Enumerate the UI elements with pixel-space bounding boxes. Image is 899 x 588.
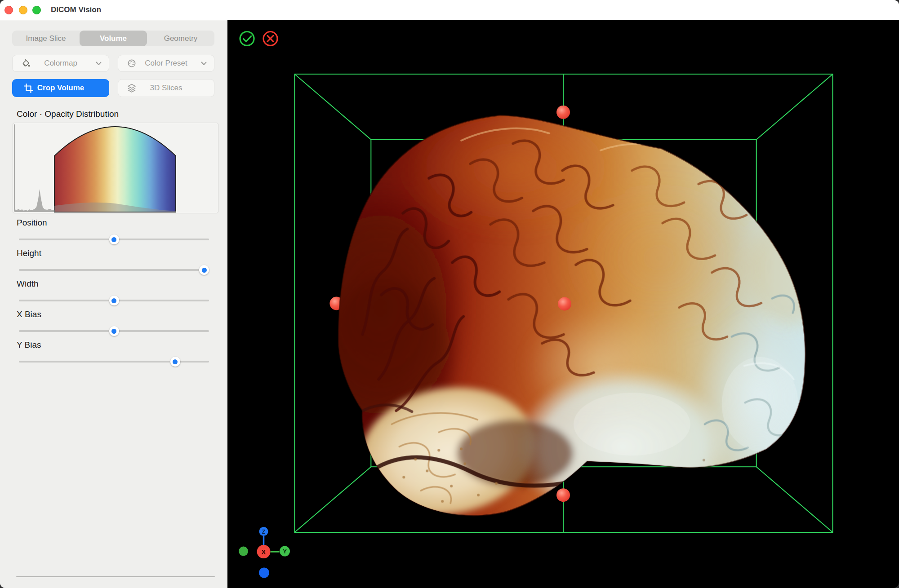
minimize-window-button[interactable] xyxy=(19,6,27,14)
slider-label: Position xyxy=(17,218,47,228)
intensity-histogram xyxy=(15,189,54,212)
slider-row-height: Height xyxy=(12,248,214,275)
opacity-transfer-shape[interactable] xyxy=(54,127,176,212)
slider-label: X Bias xyxy=(17,309,41,319)
mode-tabs: Image Slice Volume Geometry xyxy=(12,31,214,46)
slider-row-width: Width xyxy=(12,279,214,306)
close-window-button[interactable] xyxy=(4,6,13,14)
palette-icon xyxy=(127,59,136,68)
slider-row-x-bias: X Bias xyxy=(12,309,214,336)
color-preset-label: Color Preset xyxy=(145,59,187,68)
slices-3d-button[interactable]: 3D Slices xyxy=(118,79,214,97)
crop-handle-top[interactable] xyxy=(556,106,570,119)
slider-row-position: Position xyxy=(12,218,214,245)
crop-volume-label: Crop Volume xyxy=(37,84,85,93)
slider-thumb[interactable] xyxy=(109,296,119,305)
window-title: DICOM Vision xyxy=(51,0,101,20)
height-slider[interactable] xyxy=(19,269,209,271)
axis-neg-z-ball[interactable] xyxy=(259,568,269,578)
y-bias-slider[interactable] xyxy=(19,361,209,363)
slider-row-y-bias: Y Bias xyxy=(12,340,214,367)
color-preset-dropdown[interactable]: Color Preset xyxy=(118,55,214,72)
slider-label: Height xyxy=(17,248,41,258)
sidebar: Image Slice Volume Geometry Colormap xyxy=(0,20,227,588)
axis-z-label: Z xyxy=(262,529,265,535)
sidebar-divider xyxy=(16,576,215,577)
axis-x-label: X xyxy=(262,548,266,556)
render-viewport[interactable]: Z X Y xyxy=(227,20,899,588)
distribution-title: Color · Opacity Distribution xyxy=(17,109,119,119)
colormap-label: Colormap xyxy=(44,59,77,68)
zoom-window-button[interactable] xyxy=(32,6,41,14)
slices-3d-label: 3D Slices xyxy=(150,84,182,93)
slider-thumb[interactable] xyxy=(199,265,209,275)
slider-label: Width xyxy=(17,279,39,289)
slider-thumb[interactable] xyxy=(109,234,119,244)
axis-y-label: Y xyxy=(283,548,287,555)
x-bias-slider[interactable] xyxy=(19,330,209,332)
crop-icon xyxy=(24,84,33,93)
transfer-function-plot xyxy=(13,123,218,213)
tab-volume[interactable]: Volume xyxy=(80,31,147,46)
paint-bucket-icon xyxy=(22,59,31,68)
tab-image-slice[interactable]: Image Slice xyxy=(12,31,80,46)
volume-render-scene[interactable]: Z X Y xyxy=(227,20,899,588)
crop-handle-bottom[interactable] xyxy=(556,488,570,502)
chevron-down-icon xyxy=(201,62,207,66)
position-slider[interactable] xyxy=(19,239,209,240)
layers-icon xyxy=(127,84,136,93)
slider-thumb[interactable] xyxy=(109,326,119,336)
app-window: DICOM Vision Image Slice Volume Geometry… xyxy=(0,0,899,588)
chevron-down-icon xyxy=(96,62,102,66)
tab-geometry[interactable]: Geometry xyxy=(147,31,214,46)
title-bar: DICOM Vision xyxy=(0,0,899,20)
width-slider[interactable] xyxy=(19,300,209,301)
colormap-dropdown[interactable]: Colormap xyxy=(12,55,109,72)
axis-neg-y-ball[interactable] xyxy=(239,547,248,556)
crop-volume-button[interactable]: Crop Volume xyxy=(12,79,109,97)
color-opacity-distribution-widget[interactable] xyxy=(13,123,218,213)
slider-label: Y Bias xyxy=(17,340,41,350)
crop-handle-center[interactable] xyxy=(558,297,571,311)
slider-thumb[interactable] xyxy=(170,357,180,367)
